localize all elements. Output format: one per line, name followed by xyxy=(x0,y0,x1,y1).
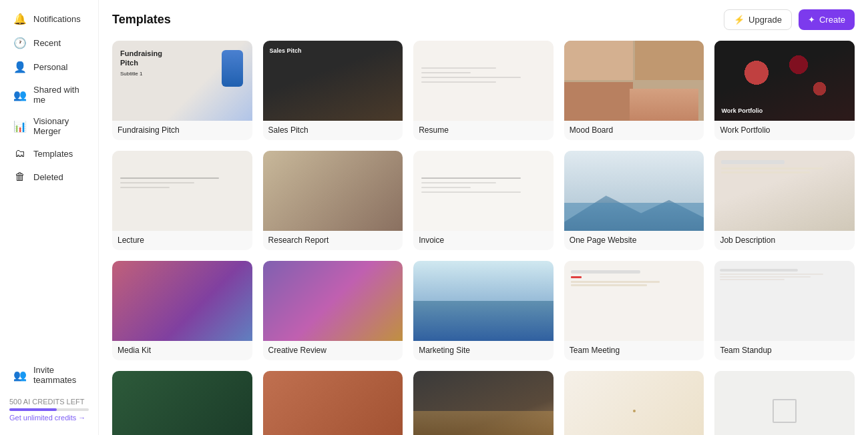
template-label-creative: Creative Review xyxy=(263,341,403,360)
template-label-moodboard: Mood Board xyxy=(564,121,704,140)
create-icon: ✦ xyxy=(808,15,815,25)
visionary-icon: 📊 xyxy=(13,120,27,133)
personal-icon: 👤 xyxy=(13,61,27,73)
template-label-research: Research Report xyxy=(263,231,403,250)
template-thumb-mediakit xyxy=(112,261,252,341)
create-label: Create xyxy=(819,15,845,25)
sidebar-label-notifications: Notifications xyxy=(33,14,81,24)
template-grid: FundraisingPitchSubtitle 1Fundraising Pi… xyxy=(112,37,855,435)
sidebar: 🔔Notifications🕐Recent👤Personal👥Shared wi… xyxy=(0,0,99,435)
template-thumb-row2-1 xyxy=(112,371,252,435)
template-card-fundraising[interactable]: FundraisingPitchSubtitle 1Fundraising Pi… xyxy=(112,41,252,140)
template-card-creative[interactable]: Creative Review xyxy=(263,261,403,360)
sidebar-nav: 🔔Notifications🕐Recent👤Personal👥Shared wi… xyxy=(0,7,98,189)
template-thumb-marketing xyxy=(413,261,554,341)
template-thumb-workportfolio: Work Portfolio xyxy=(714,41,855,121)
sidebar-label-shared: Shared with me xyxy=(33,85,85,105)
shared-icon: 👥 xyxy=(13,89,27,101)
topbar-actions: ⚡ Upgrade ✦ Create xyxy=(724,9,855,30)
template-card-resume[interactable]: Resume xyxy=(413,41,554,140)
page-title: Templates xyxy=(112,13,171,27)
template-thumb-salespitch: Sales Pitch xyxy=(263,41,403,121)
template-card-marketing[interactable]: Marketing Site xyxy=(413,261,554,360)
template-thumb-row2-5 xyxy=(714,371,855,435)
sidebar-invite-teammates[interactable]: 👥 Invite teammates xyxy=(4,360,94,390)
credits-text: 500 AI CREDITS LEFT xyxy=(9,398,84,406)
upgrade-icon: ⚡ xyxy=(734,15,744,25)
templates-icon: 🗂 xyxy=(13,147,27,159)
template-label-jobdesc: Job Description xyxy=(714,231,855,250)
template-card-workportfolio[interactable]: Work PortfolioWork Portfolio xyxy=(714,41,855,140)
template-label-lecture: Lecture xyxy=(112,231,252,250)
credits-bar-fill xyxy=(9,408,57,411)
template-thumb-row2-4 xyxy=(564,371,704,435)
template-card-research[interactable]: Research Report xyxy=(263,151,403,250)
sidebar-label-personal: Personal xyxy=(33,62,67,72)
template-card-onepage[interactable]: One Page Website xyxy=(564,151,704,250)
template-card-jobdesc[interactable]: Job Description xyxy=(714,151,855,250)
template-thumb-resume xyxy=(413,41,554,121)
get-unlimited-credits-link[interactable]: Get unlimited credits → xyxy=(9,414,85,422)
template-thumb-research xyxy=(263,151,403,231)
template-thumb-row2-2 xyxy=(263,371,403,435)
invite-label: Invite teammates xyxy=(33,365,85,385)
template-thumb-jobdesc xyxy=(714,151,855,231)
template-card-moodboard[interactable]: Mood Board xyxy=(564,41,704,140)
upgrade-button[interactable]: ⚡ Upgrade xyxy=(724,9,792,30)
template-thumb-fundraising: FundraisingPitchSubtitle 1 xyxy=(112,41,252,121)
notifications-icon: 🔔 xyxy=(13,13,27,25)
main-content: Templates ⚡ Upgrade ✦ Create Fundraising… xyxy=(99,0,868,435)
template-thumb-moodboard xyxy=(564,41,704,121)
template-label-salespitch: Sales Pitch xyxy=(263,121,403,140)
sidebar-item-personal[interactable]: 👤Personal xyxy=(4,55,94,79)
template-thumb-invoice xyxy=(413,151,554,231)
credits-bar-bg xyxy=(9,408,89,411)
sidebar-label-deleted: Deleted xyxy=(33,172,63,182)
template-label-workportfolio: Work Portfolio xyxy=(714,121,855,140)
topbar: Templates ⚡ Upgrade ✦ Create xyxy=(112,0,855,37)
invite-icon: 👥 xyxy=(13,369,27,382)
recent-icon: 🕐 xyxy=(13,37,27,49)
template-thumb-onepage xyxy=(564,151,704,231)
template-card-teamstandup[interactable]: Team Standup xyxy=(714,261,855,360)
template-card-mediakit[interactable]: Media Kit xyxy=(112,261,252,360)
template-card-row2-2[interactable] xyxy=(263,371,403,435)
sidebar-item-shared[interactable]: 👥Shared with me xyxy=(4,79,94,110)
template-thumb-teamstandup xyxy=(714,261,855,341)
sidebar-label-visionary: Visionary Merger xyxy=(33,116,85,136)
template-label-onepage: One Page Website xyxy=(564,231,704,250)
sidebar-item-deleted[interactable]: 🗑Deleted xyxy=(4,165,94,188)
sidebar-item-notifications[interactable]: 🔔Notifications xyxy=(4,7,94,31)
template-card-row2-4[interactable] xyxy=(564,371,704,435)
template-thumb-lecture xyxy=(112,151,252,231)
credits-section: 500 AI CREDITS LEFT Get unlimited credit… xyxy=(0,391,98,428)
template-card-row2-3[interactable] xyxy=(413,371,554,435)
template-thumb-teammeeting xyxy=(564,261,704,341)
sidebar-label-recent: Recent xyxy=(33,38,61,48)
template-label-teamstandup: Team Standup xyxy=(714,341,855,360)
template-card-invoice[interactable]: Invoice xyxy=(413,151,554,250)
deleted-icon: 🗑 xyxy=(13,171,27,183)
template-card-row2-1[interactable] xyxy=(112,371,252,435)
template-label-mediakit: Media Kit xyxy=(112,341,252,360)
template-label-invoice: Invoice xyxy=(413,231,554,250)
sidebar-item-visionary[interactable]: 📊Visionary Merger xyxy=(4,111,94,141)
template-label-marketing: Marketing Site xyxy=(413,341,554,360)
create-button[interactable]: ✦ Create xyxy=(799,9,855,30)
template-card-lecture[interactable]: Lecture xyxy=(112,151,252,250)
template-card-row2-5[interactable] xyxy=(714,371,855,435)
template-thumb-row2-3 xyxy=(413,371,554,435)
template-label-resume: Resume xyxy=(413,121,554,140)
template-thumb-creative xyxy=(263,261,403,341)
upgrade-label: Upgrade xyxy=(748,15,782,25)
template-label-fundraising: Fundraising Pitch xyxy=(112,121,252,140)
template-card-teammeeting[interactable]: Team Meeting xyxy=(564,261,704,360)
sidebar-item-recent[interactable]: 🕐Recent xyxy=(4,31,94,55)
template-label-teammeeting: Team Meeting xyxy=(564,341,704,360)
template-card-salespitch[interactable]: Sales PitchSales Pitch xyxy=(263,41,403,140)
sidebar-item-templates[interactable]: 🗂Templates xyxy=(4,142,94,165)
sidebar-label-templates: Templates xyxy=(33,149,73,159)
